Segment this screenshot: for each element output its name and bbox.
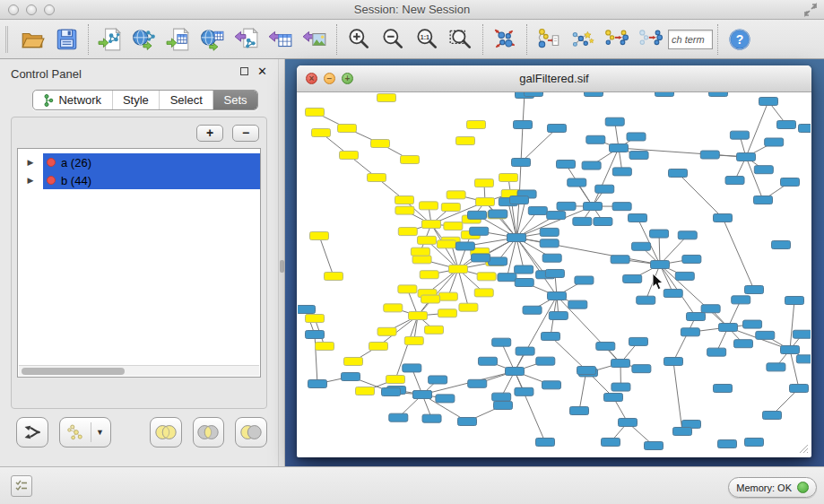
graph-node[interactable] <box>781 178 800 187</box>
graph-node[interactable] <box>586 135 605 143</box>
apply-layout-button[interactable] <box>488 23 522 56</box>
graph-node[interactable] <box>384 304 403 312</box>
graph-node[interactable] <box>547 212 566 220</box>
disclosure-triangle-icon[interactable]: ▶ <box>18 158 43 167</box>
graph-node[interactable] <box>772 241 791 249</box>
disclosure-triangle-icon[interactable]: ▶ <box>18 176 43 185</box>
graph-node[interactable] <box>389 413 408 421</box>
graph-node[interactable] <box>306 315 325 323</box>
toolbar-drag-handle[interactable] <box>5 26 8 53</box>
graph-node[interactable] <box>669 169 688 178</box>
graph-node[interactable] <box>528 206 547 214</box>
set-row-b[interactable]: ▶ b (44) <box>18 171 260 189</box>
graph-node[interactable] <box>557 202 576 210</box>
graph-node[interactable] <box>474 179 493 187</box>
graph-node[interactable] <box>447 191 465 199</box>
graph-node[interactable] <box>725 177 744 185</box>
graph-node[interactable] <box>610 144 629 152</box>
graph-node[interactable] <box>790 385 809 393</box>
import-table-url-button[interactable] <box>195 23 230 56</box>
graph-node[interactable] <box>629 337 647 345</box>
tab-select[interactable]: Select <box>160 91 213 109</box>
title-bar[interactable]: Session: New Session <box>0 0 824 20</box>
graph-node[interactable] <box>306 331 325 339</box>
tab-style[interactable]: Style <box>113 91 160 109</box>
graph-node[interactable] <box>548 125 567 133</box>
import-table-file-button[interactable] <box>161 23 195 56</box>
graph-node[interactable] <box>678 231 697 239</box>
graph-node[interactable] <box>477 273 496 281</box>
remove-set-button[interactable]: − <box>232 125 259 142</box>
graph-node[interactable] <box>455 242 474 250</box>
graph-node[interactable] <box>777 121 796 129</box>
graph-node[interactable] <box>754 166 773 174</box>
graph-node[interactable] <box>714 214 733 222</box>
graph-node[interactable] <box>785 297 804 305</box>
graph-node[interactable] <box>754 196 773 204</box>
graph-node[interactable] <box>700 151 719 159</box>
resize-grip-icon[interactable] <box>797 442 809 454</box>
graph-node[interactable] <box>595 185 614 193</box>
graph-node[interactable] <box>459 303 478 311</box>
graph-node[interactable] <box>651 261 670 269</box>
graph-node[interactable] <box>310 232 329 240</box>
graph-node[interactable] <box>403 364 421 372</box>
graph-node[interactable] <box>371 140 390 148</box>
graph-node[interactable] <box>489 210 507 218</box>
graph-node[interactable] <box>568 178 586 187</box>
graph-node[interactable] <box>673 428 692 436</box>
graph-node[interactable] <box>604 394 623 402</box>
graph-node[interactable] <box>536 439 555 447</box>
graph-node[interactable] <box>377 327 396 335</box>
graph-node[interactable] <box>759 98 778 106</box>
graph-node[interactable] <box>398 228 417 236</box>
graph-node[interactable] <box>510 196 529 204</box>
graph-node[interactable] <box>342 373 360 381</box>
graph-node[interactable] <box>612 203 631 211</box>
zoom-fit-button[interactable] <box>444 23 478 56</box>
graph-node[interactable] <box>437 240 455 248</box>
graph-node[interactable] <box>409 312 428 320</box>
graph-node[interactable] <box>594 218 612 226</box>
graph-node[interactable] <box>411 248 429 256</box>
difference-button[interactable] <box>235 417 267 448</box>
graph-node[interactable] <box>655 92 674 97</box>
graph-node[interactable] <box>664 358 683 366</box>
tab-sets[interactable]: Sets <box>213 91 257 109</box>
graph-node[interactable] <box>568 300 587 308</box>
graph-node[interactable] <box>602 439 620 447</box>
graph-node[interactable] <box>545 269 564 277</box>
create-group-button[interactable]: ▼ <box>59 417 111 448</box>
import-network-file-button[interactable] <box>93 23 127 56</box>
graph-node[interactable] <box>306 109 325 117</box>
graph-node[interactable] <box>472 254 490 262</box>
save-session-button[interactable] <box>49 23 83 56</box>
graph-node[interactable] <box>356 387 375 395</box>
graph-node[interactable] <box>675 272 694 280</box>
graph-node[interactable] <box>682 255 701 263</box>
graph-node[interactable] <box>632 242 651 250</box>
graph-node[interactable] <box>386 376 405 384</box>
graph-node[interactable] <box>536 357 555 365</box>
graph-node[interactable] <box>470 227 489 235</box>
graph-node[interactable] <box>645 442 664 450</box>
graph-node[interactable] <box>650 230 669 238</box>
graph-node[interactable] <box>793 330 811 338</box>
graph-node[interactable] <box>737 153 756 161</box>
graph-node[interactable] <box>494 402 513 410</box>
zoom-actual-size-button[interactable]: 1:1 <box>410 23 444 56</box>
show-all-button[interactable] <box>634 23 668 56</box>
graph-node[interactable] <box>745 286 764 294</box>
sets-list[interactable]: ▶ a (26) ▶ b (44) <box>17 148 261 378</box>
graph-node[interactable] <box>515 279 533 287</box>
graph-node[interactable] <box>763 412 782 420</box>
graph-node[interactable] <box>619 419 638 427</box>
graph-node[interactable] <box>316 343 334 351</box>
network-graph[interactable] <box>298 92 811 456</box>
graph-node[interactable] <box>413 391 432 399</box>
graph-node[interactable] <box>707 348 726 356</box>
graph-node[interactable] <box>382 388 401 396</box>
graph-node[interactable] <box>548 292 567 300</box>
network-minimize-button[interactable]: − <box>324 73 335 84</box>
network-from-selection-button[interactable] <box>532 23 566 56</box>
